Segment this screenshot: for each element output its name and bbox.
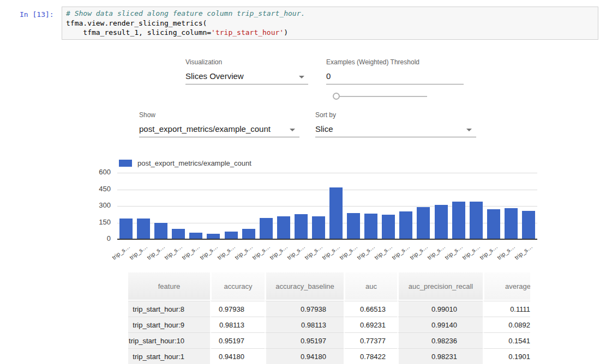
x-axis-baseline <box>117 239 537 240</box>
x-axis-tick-label: trip_s… <box>426 243 446 261</box>
column-header-feature[interactable]: feature <box>128 272 210 301</box>
y-axis-tick-label: 300 <box>82 201 111 209</box>
feature-cell: trip_start_hour:9 <box>128 317 210 332</box>
threshold-slider-track[interactable] <box>340 96 427 97</box>
x-axis-tick-label: trip_s… <box>286 243 306 261</box>
bar[interactable] <box>225 232 238 239</box>
y-axis-tick-label: 150 <box>82 218 111 226</box>
bar[interactable] <box>452 202 465 239</box>
threshold-input[interactable]: 0 <box>326 71 331 81</box>
show-dropdown[interactable]: post_export_metrics/example_count <box>139 124 271 134</box>
x-axis-tick-label: trip_s… <box>443 243 464 261</box>
sort-by-dropdown[interactable]: Slice <box>315 124 333 134</box>
x-axis-tick-label: trip_s… <box>356 243 376 261</box>
code-string-literal: 'trip_start_hour' <box>211 28 284 37</box>
show-label: Show <box>139 111 155 119</box>
column-header-auc[interactable]: auc <box>344 272 397 301</box>
bar-chart-plot-area <box>117 173 537 239</box>
x-axis-tick-label: trip_s… <box>409 243 429 261</box>
feature-cell: trip_start_hour:1 <box>128 348 210 364</box>
feature-cell: trip_start_hour:8 <box>128 301 210 317</box>
threshold-slider-handle[interactable] <box>333 93 340 100</box>
metric-cell: 0.95197 <box>210 332 265 348</box>
metric-cell: 0.69231 <box>344 317 397 332</box>
x-axis-tick-label: trip_s… <box>128 243 148 261</box>
metric-cell: 0.66513 <box>344 301 397 317</box>
bar[interactable] <box>364 214 377 239</box>
bar[interactable] <box>522 211 535 239</box>
metric-cell: 0.99140 <box>397 317 483 332</box>
column-header-accuracy_baseline[interactable]: accuracy_baseline <box>265 272 344 301</box>
x-axis-tick-label: trip_s… <box>478 243 499 261</box>
x-axis-tick-label: trip_s… <box>338 243 358 261</box>
bar[interactable] <box>487 209 500 239</box>
threshold-underline <box>326 84 464 84</box>
y-axis-tick-label: 600 <box>82 168 111 176</box>
x-axis-tick-label: trip_s… <box>496 243 516 261</box>
metric-cell: 0.1901 <box>483 348 530 364</box>
x-axis-tick-label: trip_s… <box>233 243 254 261</box>
metric-cell: 0.97938 <box>210 301 265 317</box>
bar[interactable] <box>505 208 518 239</box>
bar[interactable] <box>312 216 325 239</box>
visualization-dropdown[interactable]: Slices Overview <box>185 71 244 81</box>
chevron-down-icon[interactable] <box>290 129 295 131</box>
legend-swatch <box>119 160 132 167</box>
metric-cell: 0.94180 <box>210 348 265 364</box>
bar[interactable] <box>277 216 290 239</box>
bar[interactable] <box>417 207 430 239</box>
metric-cell: 0.95197 <box>265 332 344 348</box>
bar[interactable] <box>329 187 343 239</box>
input-prompt: In [13]: <box>20 10 54 19</box>
x-axis-tick-label: trip_s… <box>199 243 219 261</box>
table-header-row: featureaccuracyaccuracy_baselineaucauc_p… <box>128 272 530 301</box>
x-axis-tick-label: trip_s… <box>321 243 341 261</box>
bar[interactable] <box>137 219 150 239</box>
bar[interactable] <box>399 211 412 239</box>
metric-cell: 0.1111 <box>483 301 530 317</box>
metric-cell: 0.0892 <box>483 317 530 332</box>
metric-cell: 0.97938 <box>265 301 344 317</box>
code-cell-input[interactable]: # Show data sliced along feature column … <box>62 7 598 40</box>
bar[interactable] <box>382 215 395 239</box>
x-axis-tick-label: trip_s… <box>111 243 131 261</box>
tfma-notebook-screen: In [13]: # Show data sliced along featur… <box>0 0 606 364</box>
table-row: trip_start_hour:100.951970.951970.773770… <box>128 332 530 348</box>
metric-cell: 0.98113 <box>265 317 344 332</box>
code-line-2: tfma.view.render_slicing_metrics( <box>66 19 207 27</box>
metrics-table: featureaccuracyaccuracy_baselineaucauc_p… <box>128 272 530 364</box>
x-axis-tick-label: trip_s… <box>146 243 166 261</box>
sort-by-label: Sort by <box>315 111 336 119</box>
feature-cell: trip_start_hour:10 <box>128 332 210 348</box>
bar[interactable] <box>435 205 448 239</box>
bar[interactable] <box>242 229 255 239</box>
code-comment: # Show data sliced along feature column … <box>66 9 305 17</box>
bar[interactable] <box>295 214 308 239</box>
bar[interactable] <box>172 229 185 239</box>
legend-label: post_export_metrics/example_count <box>137 159 251 167</box>
visualization-underline <box>185 84 308 84</box>
sort-by-underline <box>315 137 476 137</box>
metric-cell: 0.98231 <box>397 348 483 364</box>
x-axis-tick-label: trip_s… <box>268 243 289 261</box>
bar[interactable] <box>470 202 483 239</box>
bar[interactable] <box>260 218 273 239</box>
metrics-table-container[interactable]: featureaccuracyaccuracy_baselineaucauc_p… <box>128 272 530 364</box>
metric-cell: 0.1541 <box>483 332 530 348</box>
column-header-accuracy[interactable]: accuracy <box>210 272 265 301</box>
metric-cell: 0.98236 <box>397 332 483 348</box>
x-axis-labels: trip_s…trip_s…trip_s…trip_s…trip_s…trip_… <box>117 243 548 259</box>
metric-cell: 0.94180 <box>265 348 344 364</box>
chevron-down-icon[interactable] <box>299 76 304 78</box>
bar[interactable] <box>347 213 360 239</box>
y-axis-tick-label: 0 <box>82 234 111 242</box>
column-header-auc_precision_recall[interactable]: auc_precision_recall <box>397 272 483 301</box>
chevron-down-icon[interactable] <box>466 129 472 131</box>
x-axis-tick-label: trip_s… <box>251 243 271 261</box>
bar[interactable] <box>154 223 167 240</box>
bar[interactable] <box>119 219 133 239</box>
x-axis-tick-label: trip_s… <box>373 243 393 261</box>
x-axis-tick-label: trip_s… <box>391 243 411 261</box>
column-header-average_los[interactable]: average_los <box>483 272 530 301</box>
table-row: trip_start_hour:10.941800.941800.784220.… <box>128 348 530 364</box>
